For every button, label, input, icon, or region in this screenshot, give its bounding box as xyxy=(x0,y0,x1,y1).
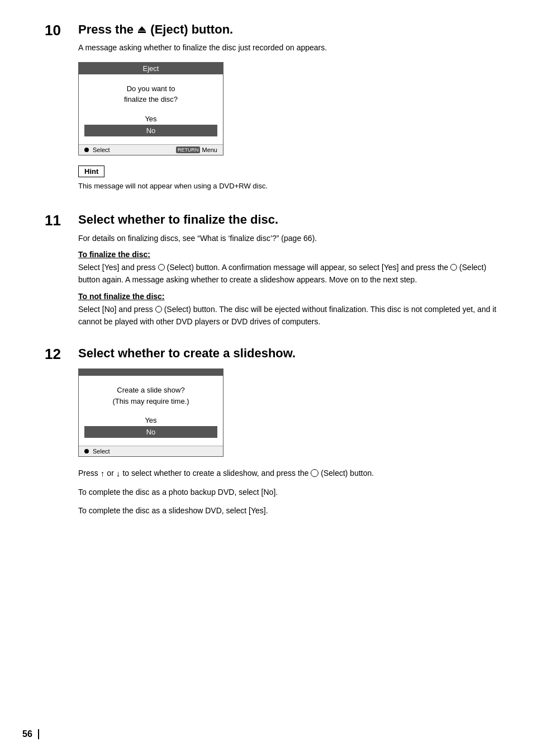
arrow-down-icon: ↓ xyxy=(116,469,123,478)
eject-icon xyxy=(138,26,146,33)
step-11-number: 11 xyxy=(45,212,78,229)
slideshow-dialog: Create a slide show? (This may require t… xyxy=(78,368,223,457)
slideshow-dialog-topbar xyxy=(79,369,223,376)
step-11-sub1: To finalize the disc: Select [Yes] and p… xyxy=(78,250,499,286)
eject-dialog-title: Eject xyxy=(79,63,223,74)
step-12: 12 Select whether to create a slideshow.… xyxy=(45,346,499,522)
hint-box: Hint This message will not appear when u… xyxy=(78,166,499,192)
eject-footer-menu: RETURN Menu xyxy=(176,147,217,153)
select-circle-icon-2 xyxy=(450,264,457,271)
eject-dialog-footer: Select RETURN Menu xyxy=(79,144,223,155)
eject-footer-select: Select xyxy=(84,147,110,153)
step-11-sub2-title: To not finalize the disc: xyxy=(78,292,499,301)
step-12-line2: To complete the disc as a photo backup D… xyxy=(78,486,499,498)
slideshow-dialog-options: Yes No xyxy=(84,414,217,438)
press-label: Press xyxy=(78,469,98,478)
eject-option-yes: Yes xyxy=(84,113,217,125)
step-12-press-text: Press ↑ or ↓ to select whether to create… xyxy=(78,467,499,480)
select-bullet xyxy=(84,148,89,152)
step-10-title-suffix: (Eject) button. xyxy=(150,22,233,36)
select-circle-icon-4 xyxy=(311,469,318,477)
step-11-sub1-title: To finalize the disc: xyxy=(78,250,499,259)
step-10-content: Press the (Eject) button. A message aski… xyxy=(78,22,499,200)
step-12-content: Select whether to create a slideshow. Cr… xyxy=(78,346,499,522)
slideshow-option-yes: Yes xyxy=(84,414,217,426)
slideshow-select-bullet xyxy=(84,449,89,453)
eject-dialog: Eject Do you want to finalize the disc? … xyxy=(78,62,223,155)
slideshow-option-no: No xyxy=(84,426,217,438)
arrow-up-icon: ↑ xyxy=(101,469,107,478)
step-11-sub2: To not finalize the disc: Select [No] an… xyxy=(78,292,499,328)
press-text-end: to select whether to create a slideshow,… xyxy=(122,469,308,478)
step-11-title: Select whether to finalize the disc. xyxy=(78,212,499,227)
step-10-number: 10 xyxy=(45,22,78,39)
eject-dialog-body: Do you want to finalize the disc? Yes No xyxy=(79,74,223,144)
slideshow-dialog-footer: Select xyxy=(79,446,223,456)
page-number: 56 xyxy=(22,729,39,739)
step-10-title: Press the (Eject) button. xyxy=(78,22,499,37)
step-11-sub1-text: Select [Yes] and press (Select) button. … xyxy=(78,261,499,286)
step-12-number: 12 xyxy=(45,346,78,362)
slideshow-dialog-body: Create a slide show? (This may require t… xyxy=(79,376,223,446)
step-11: 11 Select whether to finalize the disc. … xyxy=(45,212,499,333)
select-circle-icon-3 xyxy=(155,306,162,313)
hint-text: This message will not appear when using … xyxy=(78,181,499,192)
eject-option-no: No xyxy=(84,125,217,136)
step-11-description: For details on finalizing discs, see “Wh… xyxy=(78,232,499,244)
hint-label: Hint xyxy=(78,166,104,177)
eject-dialog-options: Yes No xyxy=(84,113,217,136)
press-text-button: (Select) button. xyxy=(321,469,374,478)
press-or-label: or xyxy=(107,469,113,478)
slideshow-footer-select: Select xyxy=(84,448,110,455)
step-11-content: Select whether to finalize the disc. For… xyxy=(78,212,499,333)
step-11-sub2-text: Select [No] and press (Select) button. T… xyxy=(78,303,499,328)
return-badge: RETURN xyxy=(176,147,201,153)
slideshow-dialog-question: Create a slide show? (This may require t… xyxy=(84,385,217,407)
select-circle-icon-1 xyxy=(158,264,165,271)
eject-dialog-question: Do you want to finalize the disc? xyxy=(84,83,217,105)
step-12-title: Select whether to create a slideshow. xyxy=(78,346,499,361)
step-10: 10 Press the (Eject) button. A message a… xyxy=(45,22,499,200)
step-12-line3: To complete the disc as a slideshow DVD,… xyxy=(78,504,499,517)
step-10-description: A message asking whether to finalize the… xyxy=(78,41,499,54)
step-10-title-text: Press the xyxy=(78,22,134,36)
